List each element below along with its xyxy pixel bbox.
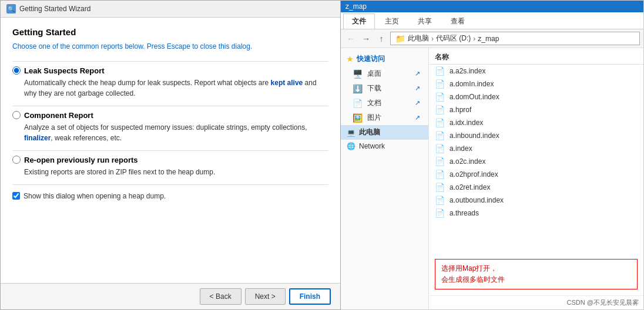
list-item[interactable]: 📄a.a2s.index [429,65,643,78]
file-list: 名称 📄a.a2s.index📄a.domIn.index📄a.domOut.i… [429,48,643,253]
list-item[interactable]: 📄a.inbound.index [429,129,643,142]
option-reopen-radio[interactable] [12,156,21,164]
highlight-kept: kept alive [271,79,303,87]
forward-nav-button[interactable]: → [360,32,373,45]
wizard-intro: Choose one of the common reports below. … [12,42,328,52]
list-item[interactable]: 📄a.index [429,142,643,155]
list-item[interactable]: 📄a.threads [429,207,643,220]
divider [12,61,328,62]
desktop-icon: 🖥️ [353,69,363,79]
divider2 [12,106,328,106]
wizard-titlebar: 🔍 Getting Started Wizard [1,1,340,18]
nav-this-pc[interactable]: 💻 此电脑 [341,125,428,140]
divider3 [12,150,328,151]
wizard-title: Getting Started Wizard [19,5,90,13]
ribbon-tabs: 文件 主页 共享 查看 [341,12,643,29]
list-item[interactable]: 📄a.o2c.index [429,155,643,168]
file-icon: 📄 [435,157,445,166]
pin-icon-pics: ↗ [415,114,420,122]
file-icon: 📄 [435,170,445,179]
list-item[interactable]: 📄a.domIn.index [429,78,643,90]
pin-icon: ↗ [415,70,420,78]
path-drive: 代码区 (D:) [436,33,471,43]
nav-documents[interactable]: 📄 文档 ↗ [341,96,428,110]
finish-button[interactable]: Finish [289,288,331,305]
explorer-panel: z_map 文件 主页 共享 查看 ← → ↑ 📁 此电脑 › 代码区 (D:)… [341,0,644,310]
pictures-icon: 🖼️ [353,113,363,123]
address-path[interactable]: 📁 此电脑 › 代码区 (D:) › z_map [390,32,640,45]
highlight-finalizer: finalizer [24,134,51,142]
watermark: CSDN @不见长安见晨雾 [429,295,643,309]
option-leak: Leak Suspects Report Automatically check… [12,66,328,99]
next-button[interactable]: Next > [245,288,286,305]
show-dialog-label: Show this dialog when opening a heap dum… [24,192,166,200]
quick-access-section[interactable]: ★ 快速访问 [341,52,428,66]
file-icon: 📄 [435,131,445,140]
file-items-container: 📄a.a2s.index📄a.domIn.index📄a.domOut.inde… [429,65,643,220]
annotation-box: 选择用Map打开， 会生成很多临时文件 [435,259,638,289]
path-folder: z_map [478,35,499,43]
list-item[interactable]: 📄a.domOut.index [429,90,643,103]
file-icon: 📄 [435,208,445,218]
download-icon: ⬇️ [353,84,363,93]
wizard-footer: < Back Next > Finish [1,283,340,309]
nav-desktop[interactable]: 🖥️ 桌面 ↗ [341,66,428,81]
explorer-body: ★ 快速访问 🖥️ 桌面 ↗ ⬇️ 下载 ↗ 📄 文档 ↗ 🖼️ 图片 ↗ [341,48,643,309]
option-reopen-desc: Existing reports are stored in ZIP files… [24,167,328,177]
tab-view[interactable]: 查看 [442,14,474,29]
list-item[interactable]: 📄a.hprof [429,103,643,116]
pin-icon-download: ↗ [415,85,420,92]
nav-download[interactable]: ⬇️ 下载 ↗ [341,81,428,96]
nav-sidebar: ★ 快速访问 🖥️ 桌面 ↗ ⬇️ 下载 ↗ 📄 文档 ↗ 🖼️ 图片 ↗ [341,48,429,309]
show-dialog-row: Show this dialog when opening a heap dum… [12,192,328,200]
file-icon: 📄 [435,196,445,205]
wizard-content: Getting Started Choose one of the common… [1,18,340,283]
annotation-line2: 会生成很多临时文件 [441,274,631,285]
file-icon: 📄 [435,79,445,89]
tab-share[interactable]: 共享 [409,14,441,29]
annotation-line1: 选择用Map打开， [441,263,631,274]
documents-icon: 📄 [353,99,363,108]
pc-icon: 💻 [347,129,355,137]
list-item[interactable]: 📄a.idx.index [429,116,643,129]
file-icon: 📄 [435,105,445,114]
option-component-radio[interactable] [12,111,21,119]
option-component-desc: Analyze a set of objects for suspected m… [24,122,328,143]
back-button[interactable]: < Back [200,288,242,305]
explorer-titlebar: z_map [341,1,643,12]
wizard-panel: 🔍 Getting Started Wizard Getting Started… [0,0,341,310]
address-bar: ← → ↑ 📁 此电脑 › 代码区 (D:) › z_map [341,29,643,48]
file-list-header: 名称 [429,50,643,65]
folder-icon: 📁 [395,34,405,43]
file-icon: 📄 [435,183,445,192]
back-nav-button[interactable]: ← [344,32,357,45]
option-component: Component Report Analyze a set of object… [12,111,328,143]
option-leak-desc: Automatically check the heap dump for le… [24,78,328,99]
list-item[interactable]: 📄a.outbound.index [429,194,643,207]
divider4 [12,184,328,185]
option-leak-radio[interactable] [12,66,21,75]
file-icon: 📄 [435,144,445,153]
up-nav-button[interactable]: ↑ [375,32,388,45]
list-item[interactable]: 📄a.o2ret.index [429,181,643,194]
tab-file[interactable]: 文件 [343,14,375,29]
file-icon: 📄 [435,66,445,76]
option-reopen: Re-open previously run reports Existing … [12,156,328,177]
show-dialog-checkbox[interactable] [12,192,20,200]
file-icon: 📄 [435,118,445,127]
star-icon: ★ [347,55,353,63]
list-item[interactable]: 📄a.o2hprof.index [429,168,643,181]
option-leak-label[interactable]: Leak Suspects Report [12,66,328,75]
network-icon: 🌐 [347,142,355,150]
path-pc: 此电脑 [408,33,429,43]
nav-pictures[interactable]: 🖼️ 图片 ↗ [341,110,428,125]
option-component-label[interactable]: Component Report [12,111,328,120]
explorer-window-title: z_map [346,2,367,11]
wizard-heading: Getting Started [12,27,328,37]
tab-home[interactable]: 主页 [376,14,408,29]
nav-network[interactable]: 🌐 Network [341,140,428,153]
wizard-icon: 🔍 [6,4,16,14]
pin-icon-docs: ↗ [415,99,420,107]
option-reopen-label[interactable]: Re-open previously run reports [12,156,328,164]
file-icon: 📄 [435,92,445,102]
